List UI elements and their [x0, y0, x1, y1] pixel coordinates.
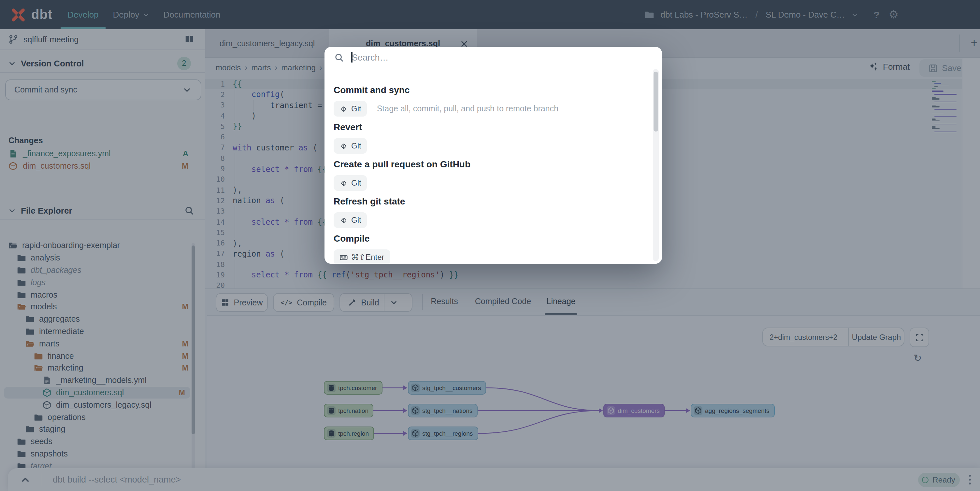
palette-scrollbar-thumb[interactable] — [654, 72, 658, 132]
badge-label: Git — [351, 141, 361, 151]
git-badge: Git — [334, 101, 367, 116]
palette-item-revert[interactable]: RevertGit — [334, 122, 662, 154]
git-icon — [339, 179, 348, 187]
text-caret — [351, 52, 352, 62]
palette-search-row — [325, 47, 662, 68]
shortcut-badge: ⌘⇧Enter — [334, 249, 390, 264]
palette-item-commit-and-sync[interactable]: Commit and syncGitStage all, commit, pul… — [334, 85, 662, 116]
badge-label: Git — [351, 178, 361, 188]
palette-search-input[interactable] — [344, 52, 662, 63]
palette-item-refresh-git-state[interactable]: Refresh git stateGit — [334, 196, 662, 228]
palette-item-compile[interactable]: Compile⌘⇧Enter — [334, 233, 662, 264]
palette-item-description: Stage all, commit, pull, and push to rem… — [377, 104, 558, 113]
dbt-ide-app: dbt DevelopDeployDocumentation dbt Labs … — [0, 0, 980, 491]
palette-item-meta: Git — [334, 212, 662, 228]
palette-item-meta: GitStage all, commit, pull, and push to … — [334, 101, 662, 116]
palette-item-create-a-pull-request-on-github[interactable]: Create a pull request on GitHubGit — [334, 159, 662, 191]
keyboard-icon — [339, 253, 348, 261]
palette-item-meta: Git — [334, 175, 662, 191]
git-badge: Git — [334, 175, 367, 191]
git-icon — [339, 141, 348, 150]
search-icon — [334, 52, 344, 62]
shortcut-label: ⌘⇧Enter — [351, 253, 385, 262]
git-icon — [339, 105, 348, 113]
git-badge: Git — [334, 138, 367, 154]
badge-label: Git — [351, 104, 361, 113]
git-badge: Git — [334, 212, 367, 228]
palette-item-title: Revert — [334, 122, 662, 133]
palette-item-meta: ⌘⇧Enter — [334, 249, 662, 264]
command-palette: Commit and syncGitStage all, commit, pul… — [325, 47, 662, 264]
palette-item-title: Commit and sync — [334, 85, 662, 96]
palette-item-title: Compile — [334, 233, 662, 245]
palette-item-title: Refresh git state — [334, 196, 662, 208]
badge-label: Git — [351, 216, 361, 225]
git-icon — [339, 216, 348, 224]
palette-item-meta: Git — [334, 138, 662, 154]
palette-item-title: Create a pull request on GitHub — [334, 159, 662, 171]
palette-results: Commit and syncGitStage all, commit, pul… — [325, 68, 662, 264]
